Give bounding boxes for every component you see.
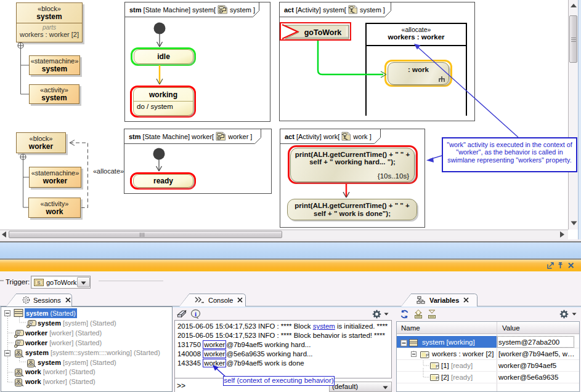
svg-text:P: P (426, 353, 429, 358)
svg-text:i: i (195, 310, 197, 318)
svg-text:P: P (436, 375, 439, 381)
svg-text:S: S (37, 280, 40, 286)
